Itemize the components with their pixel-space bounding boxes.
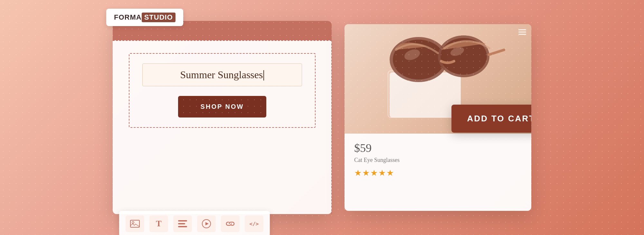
toolbar-video-icon[interactable] bbox=[197, 215, 216, 232]
product-stars: ★★★★★ bbox=[354, 168, 522, 178]
product-info: $59 Cat Eye Sunglasses ★★★★★ bbox=[345, 134, 531, 186]
menu-line-3 bbox=[518, 34, 526, 35]
shop-now-button[interactable]: SHOP NOW bbox=[178, 96, 267, 118]
code-icon-label: </> bbox=[250, 221, 259, 227]
text-icon-label: T bbox=[156, 219, 161, 229]
menu-line-1 bbox=[518, 29, 526, 30]
toolbar-text-icon[interactable]: T bbox=[149, 215, 168, 232]
headline-text[interactable]: Summer Sunglasses bbox=[142, 63, 302, 86]
product-card: $59 Cat Eye Sunglasses ★★★★★ ADD TO CART bbox=[345, 24, 531, 211]
menu-line-2 bbox=[518, 32, 526, 33]
svg-rect-4 bbox=[178, 226, 187, 227]
product-price: $59 bbox=[354, 141, 522, 155]
product-name: Cat Eye Sunglasses bbox=[354, 157, 522, 164]
text-cursor bbox=[263, 70, 264, 80]
editor-card: FORMA STUDIO Summer Sunglasses SHOP NOW bbox=[113, 21, 332, 214]
page-wrapper: FORMA STUDIO Summer Sunglasses SHOP NOW bbox=[0, 0, 644, 235]
svg-rect-3 bbox=[178, 223, 185, 224]
toolbar: T bbox=[119, 211, 270, 235]
headline-value: Summer Sunglasses bbox=[180, 69, 263, 80]
editor-content: Summer Sunglasses SHOP NOW bbox=[113, 40, 332, 141]
menu-icon[interactable] bbox=[518, 29, 526, 35]
svg-rect-0 bbox=[130, 220, 139, 227]
logo-studio: STUDIO bbox=[142, 13, 175, 22]
toolbar-link-icon[interactable] bbox=[221, 215, 240, 232]
selection-box: Summer Sunglasses SHOP NOW bbox=[129, 53, 316, 128]
toolbar-image-icon[interactable] bbox=[126, 215, 144, 232]
add-to-cart-button[interactable]: ADD TO CART bbox=[451, 105, 531, 133]
toolbar-align-icon[interactable] bbox=[173, 215, 192, 232]
logo-wrapper: FORMA STUDIO bbox=[106, 9, 183, 26]
toolbar-code-icon[interactable]: </> bbox=[245, 215, 263, 232]
svg-point-1 bbox=[132, 221, 134, 223]
svg-rect-2 bbox=[178, 220, 187, 221]
logo-forma: FORMA bbox=[114, 13, 142, 22]
